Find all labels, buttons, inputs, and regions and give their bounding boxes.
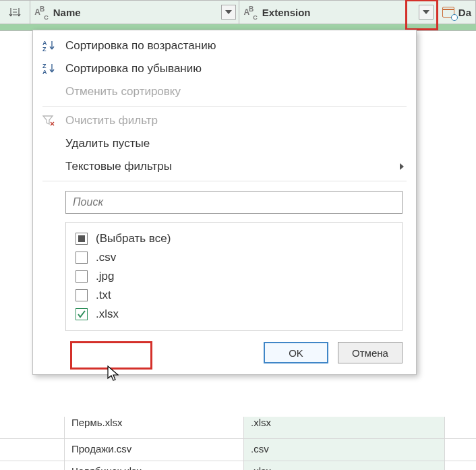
menu-clear-filter: Очистить фильтр xyxy=(33,109,416,132)
filter-value-jpg[interactable]: .jpg xyxy=(74,267,394,286)
menu-label: Сортировка по возрастанию xyxy=(65,39,404,53)
chevron-down-icon xyxy=(225,10,232,14)
menu-label: Отменить сортировку xyxy=(65,85,404,98)
menu-remove-empty[interactable]: Удалить пустые xyxy=(33,132,416,155)
data-rows: Пермь.xlsx .xlsx Продажи.csv .csv Челяби… xyxy=(0,417,476,470)
filter-values-list: (Выбрать все) .csv .jpg .txt .xlsx xyxy=(65,222,403,331)
cell-extension: .xlsx xyxy=(244,417,445,438)
datetime-type-icon xyxy=(441,5,456,19)
cell-name: Пермь.xlsx xyxy=(65,417,244,438)
checkbox-checked-icon xyxy=(76,308,88,320)
filter-value-xlsx[interactable]: .xlsx xyxy=(74,305,394,324)
expand-icon xyxy=(9,7,21,18)
column-header-row: ABC Name ABC Extension Da xyxy=(0,0,476,24)
button-label: OK xyxy=(289,347,303,359)
cell-extension: .xlsx xyxy=(244,461,445,470)
checkbox-icon xyxy=(76,252,88,264)
cell-extension: .csv xyxy=(244,439,445,461)
chevron-down-icon xyxy=(423,10,429,14)
expand-column-header[interactable] xyxy=(0,1,30,24)
filter-value-txt[interactable]: .txt xyxy=(74,286,394,305)
column-date-label: Da xyxy=(458,7,471,18)
filter-value-label: .csv xyxy=(96,251,116,264)
text-type-icon: ABC xyxy=(34,5,47,18)
table-grid: ABC Name ABC Extension Da xyxy=(0,0,476,31)
dialog-button-row: OK Отмена xyxy=(33,339,416,366)
filter-search-input[interactable] xyxy=(65,191,403,214)
menu-label: Удалить пустые xyxy=(65,137,404,150)
sort-desc-icon: Z A xyxy=(42,63,65,75)
filter-value-csv[interactable]: .csv xyxy=(74,248,394,267)
menu-text-filters[interactable]: Текстовые фильтры xyxy=(33,155,416,178)
menu-sort-descending[interactable]: Z A Сортировка по убыванию xyxy=(33,57,416,80)
table-row[interactable]: Челябинск.xlsx .xlsx xyxy=(0,461,476,470)
filter-value-label: (Выбрать все) xyxy=(96,232,171,245)
menu-separator xyxy=(42,106,407,107)
cell-name: Челябинск.xlsx xyxy=(65,461,244,470)
column-header-name[interactable]: ABC Name xyxy=(30,1,239,24)
menu-label: Текстовые фильтры xyxy=(65,160,400,173)
column-extension-label: Extension xyxy=(262,7,311,18)
svg-text:Z: Z xyxy=(42,46,47,52)
column-header-extension[interactable]: ABC Extension xyxy=(239,1,436,24)
menu-label: Сортировка по убыванию xyxy=(65,62,404,76)
clear-filter-icon xyxy=(42,115,65,126)
name-filter-dropdown-button[interactable] xyxy=(221,5,236,20)
checkbox-icon xyxy=(76,270,88,283)
submenu-arrow-icon xyxy=(400,163,404,170)
cell-name: Продажи.csv xyxy=(65,439,244,461)
filter-value-label: .xlsx xyxy=(96,307,119,321)
column-filter-menu: A Z Сортировка по возрастанию Z A Сортир… xyxy=(32,30,417,375)
menu-sort-ascending[interactable]: A Z Сортировка по возрастанию xyxy=(33,34,416,57)
menu-separator xyxy=(42,181,407,181)
table-row[interactable]: Пермь.xlsx .xlsx xyxy=(0,417,476,439)
checkbox-icon xyxy=(76,289,88,301)
text-type-icon: ABC xyxy=(243,5,256,18)
button-label: Отмена xyxy=(352,347,388,359)
column-name-label: Name xyxy=(53,7,81,18)
extension-filter-dropdown-button[interactable] xyxy=(419,5,434,20)
filter-select-all[interactable]: (Выбрать все) xyxy=(74,229,394,248)
filter-value-label: .txt xyxy=(96,289,111,302)
ok-button[interactable]: OK xyxy=(264,342,328,363)
cancel-button[interactable]: Отмена xyxy=(338,342,403,363)
column-header-date[interactable]: Da xyxy=(437,1,476,24)
svg-text:A: A xyxy=(42,69,47,75)
menu-label: Очистить фильтр xyxy=(65,114,404,127)
menu-clear-sort: Отменить сортировку xyxy=(33,80,416,103)
table-row[interactable]: Продажи.csv .csv xyxy=(0,439,476,461)
checkbox-indeterminate-icon xyxy=(76,233,88,245)
filter-value-label: .jpg xyxy=(96,270,114,283)
sort-asc-icon: A Z xyxy=(42,40,65,52)
